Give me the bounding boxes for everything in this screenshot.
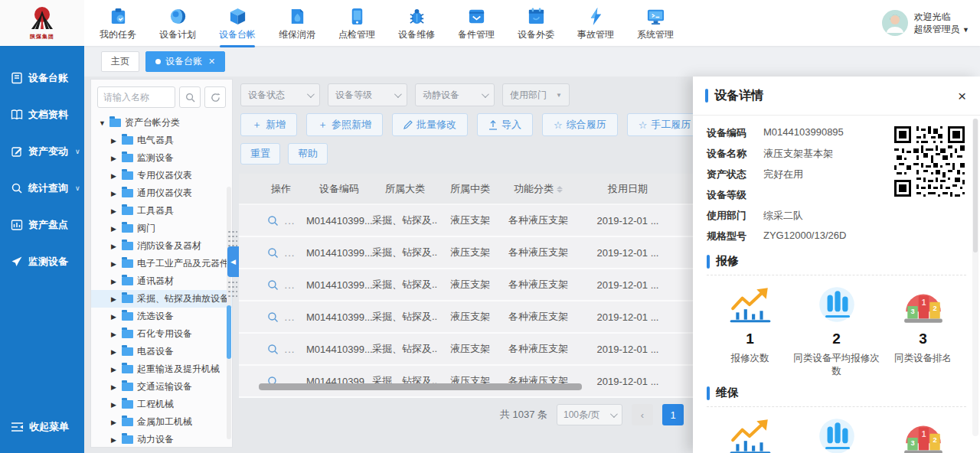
tree-item[interactable]: ▶电器设备 xyxy=(91,343,232,360)
sidebar-item-equipment-ledger[interactable]: 设备台账 xyxy=(0,60,84,96)
caret-collapsed-icon[interactable]: ▶ xyxy=(111,190,118,197)
caret-expanded-icon[interactable]: ▼ xyxy=(99,119,106,127)
close-icon[interactable]: ✕ xyxy=(208,57,215,67)
table-row[interactable]: ... M014410399... 采掘、钻探及... 液压支架 各种液压支架 … xyxy=(239,236,694,269)
tree-item[interactable]: ▶监测设备 xyxy=(91,149,232,167)
search-button[interactable] xyxy=(179,86,201,108)
tree-item[interactable]: ▶石化专用设备 xyxy=(91,325,232,343)
horizontal-scrollbar-thumb[interactable] xyxy=(259,383,582,390)
prev-page-button[interactable]: ‹ xyxy=(632,404,653,425)
caret-collapsed-icon[interactable]: ▶ xyxy=(111,419,118,426)
filter-using-department[interactable]: 使用部门▼ xyxy=(502,83,570,106)
caret-collapsed-icon[interactable]: ▶ xyxy=(111,348,118,356)
tab-equipment-ledger[interactable]: 设备台账 ✕ xyxy=(145,51,225,72)
user-menu[interactable]: 欢迎光临 超级管理员 ▼ xyxy=(882,10,969,36)
nav-equipment-ledger[interactable]: 设备台帐 xyxy=(217,1,257,46)
help-button[interactable]: 帮助 xyxy=(288,143,328,165)
view-icon[interactable] xyxy=(267,279,279,291)
caret-collapsed-icon[interactable]: ▶ xyxy=(111,436,118,444)
add-button[interactable]: ＋新增 xyxy=(240,113,297,136)
nav-maintenance-lubrication[interactable]: 维保润滑 xyxy=(277,1,317,46)
nav-equipment-repair[interactable]: 设备维修 xyxy=(397,1,436,46)
tree-item[interactable]: ▶专用仪器仪表 xyxy=(91,167,232,184)
caret-collapsed-icon[interactable]: ▶ xyxy=(111,366,118,373)
splitter-grip[interactable] xyxy=(227,230,237,246)
tree-search-input[interactable] xyxy=(97,86,175,108)
more-actions-icon[interactable]: ... xyxy=(285,215,296,226)
filter-dynamic-static[interactable]: 动静设备 xyxy=(415,83,495,106)
filter-equipment-status[interactable]: 设备状态 xyxy=(240,83,320,106)
caret-collapsed-icon[interactable]: ▶ xyxy=(111,155,118,162)
nav-outsourcing[interactable]: 设备外委 xyxy=(516,1,556,46)
tree-item[interactable]: ▶交通运输设备 xyxy=(91,378,232,396)
splitter-grip[interactable] xyxy=(227,280,237,297)
table-row[interactable]: ... M014410399... 采掘、钻探及... 液压支架 各种液压支架 … xyxy=(239,333,694,365)
nav-accident[interactable]: 事故管理 xyxy=(576,1,616,46)
nav-equipment-plan[interactable]: 设备计划 xyxy=(158,1,198,46)
table-row[interactable]: ... M014410399... 采掘、钻探及... 液压支架 各种液压支架 … xyxy=(239,301,694,333)
drawer-scrollbar-thumb[interactable] xyxy=(973,119,978,253)
table-row[interactable]: ... M014410399... 采掘、钻探及... 液压支架 各种液压支架 … xyxy=(239,269,694,301)
caret-collapsed-icon[interactable]: ▶ xyxy=(111,137,118,145)
sort-icon[interactable] xyxy=(557,186,563,193)
col-function-class[interactable]: 功能分类 xyxy=(502,174,574,204)
sidebar-item-asset-change[interactable]: 资产变动 ∨ xyxy=(0,133,84,170)
caret-collapsed-icon[interactable]: ▶ xyxy=(111,313,118,321)
tree-item[interactable]: ▶金属加工机械 xyxy=(91,413,232,431)
tree-item[interactable]: ▶洗选设备 xyxy=(91,308,232,325)
sidebar-item-documents[interactable]: 文档资料 xyxy=(0,96,84,133)
caret-collapsed-icon[interactable]: ▶ xyxy=(111,401,118,409)
sidebar-item-asset-inventory[interactable]: 资产盘点 xyxy=(0,207,84,243)
nav-system[interactable]: 系统管理 xyxy=(635,1,675,46)
caret-collapsed-icon[interactable]: ▶ xyxy=(111,260,118,268)
add-by-reference-button[interactable]: ＋参照新增 xyxy=(306,113,383,136)
sidebar-item-monitoring-equipment[interactable]: 监测设备 xyxy=(0,243,84,280)
tree-item-selected[interactable]: ▶采掘、钻探及抽放设备 xyxy=(91,290,232,308)
nav-spare-parts[interactable]: 备件管理 xyxy=(456,1,496,46)
drawer-scrollbar[interactable] xyxy=(972,119,978,436)
refresh-button[interactable] xyxy=(204,86,226,108)
page-1-button[interactable]: 1 xyxy=(662,404,684,425)
tree-item[interactable]: ▶通用仪器仪表 xyxy=(91,184,232,202)
sidebar-item-statistics-query[interactable]: 统计查询 ∨ xyxy=(0,170,84,207)
tree-collapse-handle[interactable]: ◀ xyxy=(227,246,239,277)
manual-history-button[interactable]: ☆手工履历 xyxy=(627,113,694,136)
caret-collapsed-icon[interactable]: ▶ xyxy=(111,295,118,303)
caret-collapsed-icon[interactable]: ▶ xyxy=(111,225,118,233)
caret-collapsed-icon[interactable]: ▶ xyxy=(111,243,118,250)
caret-collapsed-icon[interactable]: ▶ xyxy=(111,383,118,391)
more-actions-icon[interactable]: ... xyxy=(285,311,296,323)
tree-scrollbar[interactable] xyxy=(227,187,231,439)
tree-root[interactable]: ▼ 资产台帐分类 xyxy=(91,114,232,132)
table-row[interactable]: ... M014410399... 采掘、钻探及... 液压支架 各种液压支架 … xyxy=(239,365,694,397)
tree-item[interactable]: ▶起重输送及提升机械 xyxy=(91,360,232,378)
view-icon[interactable] xyxy=(267,215,279,226)
tab-home[interactable]: 主页 xyxy=(101,51,139,72)
tree-item[interactable]: ▶电子工业产品及元器件 xyxy=(91,255,232,272)
view-icon[interactable] xyxy=(267,247,279,259)
view-icon[interactable] xyxy=(267,311,279,323)
tree-item[interactable]: ▶消防设备及器材 xyxy=(91,237,232,255)
nav-my-tasks[interactable]: 我的任务 xyxy=(98,1,138,46)
tree-scrollbar-thumb[interactable] xyxy=(227,305,231,359)
more-actions-icon[interactable]: ... xyxy=(285,247,296,259)
more-actions-icon[interactable]: ... xyxy=(285,344,296,355)
batch-edit-button[interactable]: 批量修改 xyxy=(392,113,468,136)
tree-item[interactable]: ▶阀门 xyxy=(91,220,232,237)
tree-item[interactable]: ▶通讯器材 xyxy=(91,272,232,290)
close-icon[interactable]: × xyxy=(958,89,966,103)
nav-spot-check[interactable]: 点检管理 xyxy=(337,1,377,46)
comprehensive-history-button[interactable]: ☆综合履历 xyxy=(542,113,618,136)
tree-item[interactable]: ▶工具器具 xyxy=(91,202,232,220)
page-size-select[interactable]: 100条/页 xyxy=(557,404,622,425)
caret-collapsed-icon[interactable]: ▶ xyxy=(111,207,118,215)
tree-item[interactable]: ▶工程机械 xyxy=(91,396,232,413)
tree-item[interactable]: ▶电气器具 xyxy=(91,132,232,149)
table-row[interactable]: ... M014410399... 采掘、钻探及... 液压支架 各种液压支架 … xyxy=(239,204,694,236)
caret-collapsed-icon[interactable]: ▶ xyxy=(111,278,118,285)
collapse-menu-button[interactable]: 收起菜单 xyxy=(0,409,84,445)
view-icon[interactable] xyxy=(267,344,279,355)
more-actions-icon[interactable]: ... xyxy=(285,279,296,291)
tree-item[interactable]: ▶动力设备 xyxy=(91,431,232,448)
filter-equipment-level[interactable]: 设备等级 xyxy=(328,83,407,106)
